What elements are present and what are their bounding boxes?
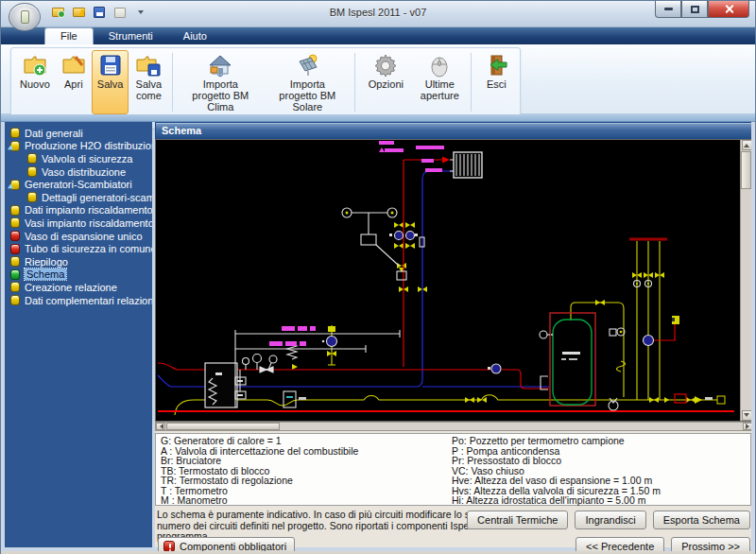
- scroll-down-icon[interactable]: [742, 410, 752, 421]
- sidebar-item-dettagli-generatori[interactable]: Dettagli generatori-scambiatori: [5, 191, 152, 204]
- window-frame-right: [751, 122, 755, 551]
- main-panel: Schema: [155, 122, 753, 547]
- ribbon: Nuovo Apri Salva: [1, 44, 755, 114]
- apri-button[interactable]: Apri: [56, 50, 92, 114]
- legend-line: Hi: Altezza idrostatica dell'impianto = …: [452, 495, 661, 506]
- window-title: BM Ispesl 2011 - v07: [1, 7, 755, 18]
- ribbon-separator: [172, 53, 173, 112]
- ribbon-separator: [471, 53, 472, 112]
- page-disabled-icon: [10, 231, 20, 241]
- sidebar-item-dati-impianto[interactable]: Dati impianto riscaldamento: [5, 204, 152, 217]
- legend-line: Hve: Altezza del vaso di espansione = 1.…: [452, 476, 661, 486]
- maximize-button[interactable]: [681, 1, 708, 18]
- tab-aiuto[interactable]: Aiuto: [168, 28, 222, 44]
- page-active-icon: [10, 269, 20, 280]
- page-icon: [10, 128, 20, 138]
- salva-button[interactable]: Salva: [92, 50, 129, 114]
- sidebar-item-vaso-distribuzione[interactable]: Vaso distribuzione: [5, 165, 152, 179]
- page-icon: [10, 217, 20, 228]
- scroll-up-icon[interactable]: [742, 140, 752, 150]
- close-icon: [724, 4, 734, 14]
- close-button[interactable]: [708, 1, 749, 18]
- import-solare-icon: [295, 53, 319, 78]
- legend-line: M : Manometro: [161, 495, 358, 506]
- page-icon: [10, 295, 20, 305]
- importa-bm-clima-button[interactable]: Importa progetto BM Clima: [177, 50, 264, 114]
- minimize-button[interactable]: [655, 1, 681, 18]
- opzioni-button[interactable]: Opzioni: [359, 50, 412, 114]
- app-window: BM Ispesl 2011 - v07 File Strumenti Aiut…: [0, 0, 756, 554]
- sidebar-item-produzione-h2o[interactable]: Produzione H2O distribuzione: [5, 140, 152, 153]
- vertical-scroll-thumb[interactable]: [741, 151, 751, 189]
- app-icon: [21, 10, 29, 24]
- page-disabled-icon: [10, 244, 20, 254]
- page-icon: [27, 192, 37, 202]
- page-icon: [10, 256, 20, 267]
- scroll-left-icon[interactable]: [156, 423, 165, 430]
- open-folder-icon: [61, 53, 86, 78]
- legend-line: G: Generatore di calore = 1: [161, 436, 358, 446]
- save-as-icon: [136, 53, 161, 78]
- sidebar-item-dati-complementari[interactable]: Dati complementari relazione: [5, 294, 152, 307]
- ribbon-divider: [1, 114, 755, 122]
- gear-icon: [373, 53, 398, 78]
- sidebar-item-generatori-scambiatori[interactable]: Generatori-Scambiatori: [5, 178, 152, 191]
- importa-bm-solare-button[interactable]: Importa progetto BM Solare: [264, 50, 351, 114]
- mouse-icon: [427, 53, 452, 78]
- sidebar-item-vaso-espansione[interactable]: Vaso di espansione unico: [5, 230, 152, 243]
- legend-panel: G: Generatore di calore = 1 A : Valvola …: [155, 433, 751, 506]
- sidebar-item-tubo-sicurezza[interactable]: Tubo di sicurezza in comune: [5, 242, 152, 255]
- legend-line: Pr: Pressostato di blocco: [452, 456, 661, 466]
- sidebar-item-creazione-relazione[interactable]: Creazione relazione: [5, 281, 152, 294]
- legend-line: Po: Pozzetto per termometro campione: [452, 436, 661, 446]
- ultime-aperture-button[interactable]: Ultime aperture: [412, 50, 467, 114]
- esporta-schema-button[interactable]: Esporta Schema: [653, 511, 750, 529]
- horizontal-scroll-thumb[interactable]: [166, 423, 280, 430]
- title-bar: BM Ispesl 2011 - v07: [1, 1, 755, 27]
- centrali-termiche-button[interactable]: Centrali Termiche: [467, 511, 568, 529]
- navigation-sidebar: Dati generali Produzione H2O distribuzio…: [5, 122, 152, 547]
- legend-line: TR: Termostato di regolazione: [161, 476, 358, 486]
- tab-file[interactable]: File: [44, 27, 94, 44]
- note-row: Lo schema è puramente indicativo. In cas…: [155, 508, 753, 534]
- page-icon: [27, 166, 37, 177]
- page-expand-icon: [10, 180, 20, 190]
- maximize-icon: [691, 6, 699, 13]
- page-icon: [27, 153, 37, 164]
- exit-door-icon: [484, 53, 508, 78]
- sidebar-item-vasi-impianto[interactable]: Vasi impianto riscaldamento: [5, 216, 152, 230]
- page-icon: [10, 205, 20, 216]
- app-menu-button[interactable]: [9, 3, 41, 31]
- sidebar-item-valvola-sicurezza[interactable]: Valvola di sicurezza: [5, 152, 152, 165]
- sidebar-item-schema[interactable]: Schema: [5, 268, 152, 282]
- schema-diagram: [156, 140, 742, 421]
- sidebar-item-dati-generali[interactable]: Dati generali: [5, 127, 152, 140]
- nuovo-button[interactable]: Nuovo: [14, 50, 56, 114]
- esci-button[interactable]: Esci: [475, 50, 517, 114]
- ribbon-separator: [354, 53, 355, 112]
- legend-line: Br: Bruciatore: [161, 456, 358, 466]
- salva-come-button[interactable]: Salva come: [129, 50, 168, 114]
- new-folder-icon: [23, 53, 47, 78]
- page-expand-icon: [10, 141, 20, 151]
- page-icon: [10, 282, 20, 292]
- minimize-icon: [664, 8, 673, 10]
- ribbon-tabstrip: File Strumenti Aiuto: [1, 27, 755, 44]
- save-floppy-icon: [98, 53, 123, 78]
- ingrandisci-button[interactable]: Ingrandisci: [575, 511, 645, 529]
- window-controls: [655, 1, 749, 18]
- sidebar-item-riepilogo[interactable]: Riepilogo: [5, 255, 152, 268]
- tab-strumenti[interactable]: Strumenti: [94, 28, 168, 44]
- import-clima-house-icon: [208, 53, 232, 78]
- schema-panel-header: Schema: [155, 122, 753, 139]
- schema-canvas[interactable]: [155, 139, 753, 422]
